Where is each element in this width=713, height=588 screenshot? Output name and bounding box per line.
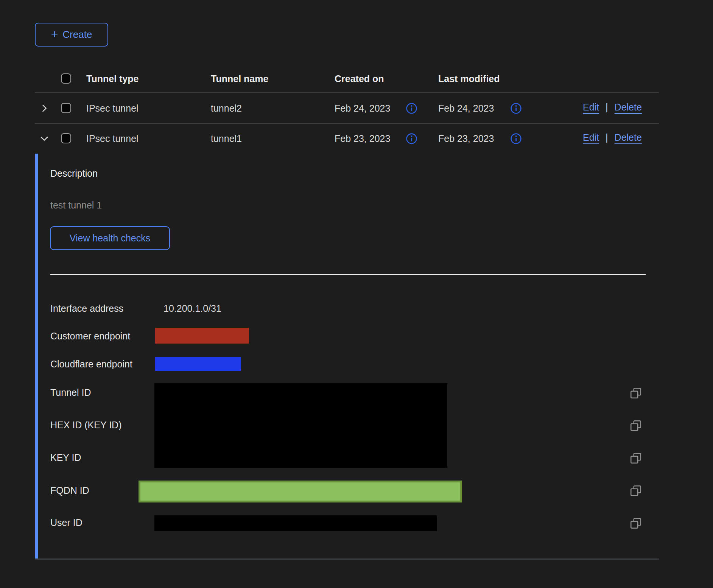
copy-icon — [629, 451, 643, 465]
fqdn-id-redaction — [139, 481, 462, 502]
ids-redaction — [154, 383, 447, 468]
ipsec-tunnels-page: + Create Tunnel type Tunnel name Created… — [0, 0, 713, 588]
row-divider — [35, 123, 659, 124]
tunnel-type-cell: IPsec tunnel — [86, 103, 139, 114]
row-actions: Edit | Delete — [583, 102, 642, 113]
copy-user-id-button[interactable] — [629, 516, 643, 530]
expanded-row-indicator-bar — [35, 154, 38, 558]
tunnel-id-label: Tunnel ID — [50, 387, 91, 398]
last-modified-cell: Feb 23, 2023 — [438, 133, 494, 144]
copy-icon — [629, 516, 643, 530]
create-button[interactable]: + Create — [35, 23, 108, 47]
create-button-label: Create — [62, 29, 92, 40]
last-modified-cell: Feb 24, 2023 — [438, 103, 494, 114]
copy-icon — [629, 419, 643, 432]
description-value: test tunnel 1 — [50, 200, 102, 211]
row-checkbox-tunnel1[interactable] — [61, 133, 71, 143]
interface-address-value: 10.200.1.0/31 — [163, 303, 221, 314]
info-icon[interactable] — [510, 133, 522, 145]
info-icon[interactable] — [510, 103, 522, 114]
header-divider — [35, 92, 659, 93]
edit-link[interactable]: Edit — [583, 132, 599, 143]
copy-key-id-button[interactable] — [629, 451, 643, 465]
created-on-cell: Feb 24, 2023 — [335, 103, 390, 114]
interface-address-label: Interface address — [50, 303, 123, 314]
user-id-label: User ID — [50, 517, 83, 528]
plus-icon: + — [51, 28, 58, 40]
copy-hex-id-button[interactable] — [629, 418, 643, 433]
key-id-label: KEY ID — [50, 452, 81, 463]
copy-tunnel-id-button[interactable] — [629, 386, 643, 400]
copy-fqdn-id-button[interactable] — [629, 484, 643, 498]
info-icon[interactable] — [406, 133, 417, 145]
select-all-checkbox[interactable] — [61, 73, 71, 84]
copy-icon — [629, 386, 643, 400]
cloudflare-endpoint-redaction — [155, 357, 241, 371]
column-header-last-modified: Last modified — [438, 73, 500, 84]
delete-link[interactable]: Delete — [615, 102, 642, 113]
description-label: Description — [50, 168, 98, 179]
cloudflare-endpoint-label: Cloudflare endpoint — [50, 359, 132, 370]
tunnel-name-cell: tunnel1 — [211, 133, 242, 144]
tunnel-type-cell: IPsec tunnel — [86, 133, 139, 144]
created-on-cell: Feb 23, 2023 — [335, 133, 390, 144]
user-id-redaction — [154, 515, 437, 531]
customer-endpoint-label: Customer endpoint — [50, 331, 130, 342]
hex-id-label: HEX ID (KEY ID) — [50, 420, 121, 431]
column-header-tunnel-name: Tunnel name — [211, 73, 268, 84]
panel-divider — [50, 274, 646, 275]
chevron-down-icon[interactable] — [39, 133, 50, 144]
table-bottom-divider — [35, 558, 659, 560]
fqdn-id-label: FQDN ID — [50, 485, 89, 496]
action-separator: | — [606, 132, 608, 143]
action-separator: | — [606, 102, 608, 113]
info-icon[interactable] — [406, 103, 417, 114]
row-checkbox-tunnel2[interactable] — [61, 103, 71, 113]
column-header-created-on: Created on — [335, 73, 384, 84]
view-health-checks-button[interactable]: View health checks — [50, 226, 170, 250]
copy-icon — [629, 484, 643, 498]
customer-endpoint-redaction — [155, 328, 249, 344]
edit-link[interactable]: Edit — [583, 102, 599, 113]
delete-link[interactable]: Delete — [615, 132, 642, 143]
column-header-tunnel-type: Tunnel type — [86, 73, 139, 84]
chevron-right-icon[interactable] — [39, 103, 50, 114]
row-actions: Edit | Delete — [583, 132, 642, 143]
tunnel-name-cell: tunnel2 — [211, 103, 242, 114]
